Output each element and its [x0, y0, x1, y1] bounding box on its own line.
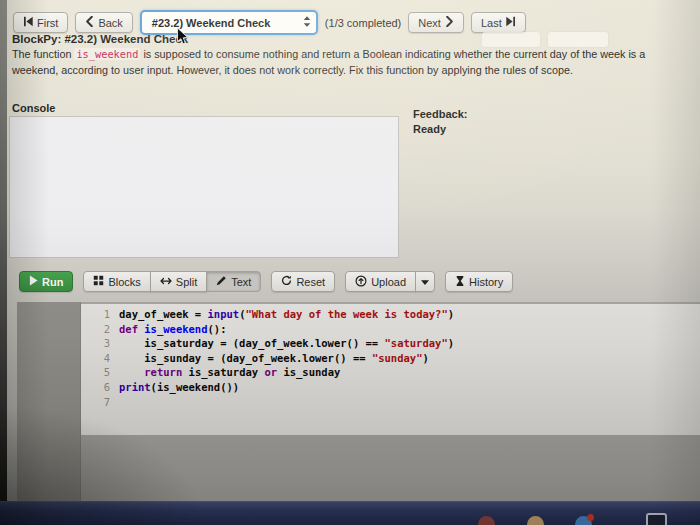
blocks-mode-button[interactable]: Blocks — [83, 271, 150, 292]
code-line[interactable]: 1day_of_week = input("What day of the we… — [81, 307, 700, 322]
code-text: day_of_week = input("What day of the wee… — [119, 307, 454, 322]
assignment-navbar: First Back #23.2) Weekend Check (1/3 com… — [13, 10, 526, 35]
line-number: 3 — [81, 336, 119, 351]
upload-button[interactable]: Upload — [345, 271, 416, 292]
code-line[interactable]: 2def is_weekend(): — [81, 322, 700, 337]
mouse-cursor — [176, 27, 189, 50]
upload-icon — [355, 275, 367, 289]
play-icon — [29, 275, 38, 288]
line-number: 6 — [81, 380, 119, 395]
code-line[interactable]: 7 — [81, 395, 700, 410]
taskbar-app-red[interactable] — [478, 516, 495, 525]
upload-button-label: Upload — [371, 276, 406, 288]
line-number: 4 — [81, 351, 119, 366]
last-button-label: Last — [481, 17, 502, 29]
view-mode-group: Blocks Split Text — [83, 271, 261, 292]
code-lines: 1day_of_week = input("What day of the we… — [81, 307, 700, 409]
taskbar-app-tan[interactable] — [527, 516, 544, 525]
code-text: is_saturday = (day_of_week.lower() == "s… — [119, 336, 454, 351]
hourglass-icon — [455, 275, 465, 289]
assignment-description: The function is_weekend is supposed to c… — [12, 47, 678, 78]
progress-counter: (1/3 completed) — [325, 17, 401, 29]
next-button[interactable]: Next — [408, 12, 464, 33]
code-line[interactable]: 6print(is_weekend()) — [81, 380, 700, 395]
page-title: BlockPy: #23.2) Weekend Check — [12, 33, 188, 45]
taskbar-app-dark[interactable] — [646, 513, 667, 525]
next-button-label: Next — [418, 17, 441, 29]
run-button[interactable]: Run — [19, 271, 73, 292]
first-button[interactable]: First — [13, 12, 68, 33]
reset-button-label: Reset — [296, 276, 325, 288]
feedback-status: Ready — [413, 123, 467, 135]
code-text: return is_saturday or is_sunday — [119, 365, 340, 380]
split-mode-button[interactable]: Split — [150, 271, 207, 292]
assignment-title: #23.2) Weekend Check — [64, 33, 188, 45]
chevron-right-icon — [445, 16, 454, 29]
assignment-select[interactable]: #23.2) Weekend Check — [140, 10, 318, 35]
feedback-panel: Feedback: Ready — [413, 108, 467, 135]
description-text: The function — [12, 48, 74, 60]
screen-glare-artifact — [482, 32, 540, 47]
code-line[interactable]: 5 return is_saturday or is_sunday — [81, 365, 700, 380]
inline-code-is-weekend: is_weekend — [74, 48, 140, 60]
line-number: 5 — [81, 365, 119, 380]
back-button-label: Back — [98, 17, 122, 29]
skip-start-icon — [23, 16, 33, 29]
line-number: 7 — [81, 395, 119, 410]
code-text: is_sunday = (day_of_week.lower() == "sun… — [119, 351, 429, 366]
history-button-label: History — [469, 276, 503, 288]
editor-toolbar: Run Blocks Split Text Reset — [19, 271, 513, 292]
code-text: def is_weekend(): — [119, 322, 226, 337]
chevron-left-icon — [85, 16, 94, 29]
code-editor[interactable]: 1day_of_week = input("What day of the we… — [81, 304, 700, 435]
select-spinner-icon — [302, 15, 312, 30]
text-button-label: Text — [231, 276, 251, 288]
line-number: 2 — [81, 322, 119, 337]
split-button-label: Split — [176, 276, 197, 288]
editor-side-strip — [17, 302, 81, 502]
code-text: print(is_weekend()) — [119, 380, 239, 395]
back-button[interactable]: Back — [75, 12, 132, 33]
code-line[interactable]: 4 is_sunday = (day_of_week.lower() == "s… — [81, 351, 700, 366]
history-button[interactable]: History — [445, 271, 513, 292]
feedback-label: Feedback: — [413, 108, 467, 120]
split-arrows-icon — [160, 276, 172, 288]
blocks-grid-icon — [93, 275, 104, 288]
skip-end-icon — [506, 16, 516, 29]
editor-panel: 1day_of_week = input("What day of the we… — [17, 302, 700, 502]
upload-group: Upload — [345, 271, 435, 292]
blockpy-app: First Back #23.2) Weekend Check (1/3 com… — [7, 0, 700, 502]
notification-badge — [587, 514, 594, 521]
upload-dropdown-button[interactable] — [415, 271, 435, 292]
reset-refresh-icon — [281, 275, 292, 288]
taskbar-app-blue[interactable] — [575, 516, 592, 525]
caret-down-icon — [421, 276, 429, 288]
line-number: 1 — [81, 307, 119, 322]
run-button-label: Run — [42, 276, 63, 288]
windows-taskbar[interactable] — [0, 501, 700, 525]
console-label: Console — [12, 102, 55, 114]
assignment-select-value: #23.2) Weekend Check — [152, 17, 270, 29]
reset-button[interactable]: Reset — [271, 271, 335, 292]
app-label: BlockPy: — [12, 33, 61, 45]
monitor-bezel — [0, 0, 7, 525]
screen-glare-artifact — [548, 32, 608, 47]
console-output — [9, 116, 399, 258]
first-button-label: First — [37, 17, 58, 29]
code-line[interactable]: 3 is_saturday = (day_of_week.lower() == … — [81, 336, 700, 351]
blocks-button-label: Blocks — [108, 276, 140, 288]
last-button[interactable]: Last — [471, 12, 526, 33]
text-mode-button[interactable]: Text — [206, 271, 261, 292]
pencil-icon — [216, 275, 227, 288]
screen-photo: First Back #23.2) Weekend Check (1/3 com… — [0, 0, 700, 525]
